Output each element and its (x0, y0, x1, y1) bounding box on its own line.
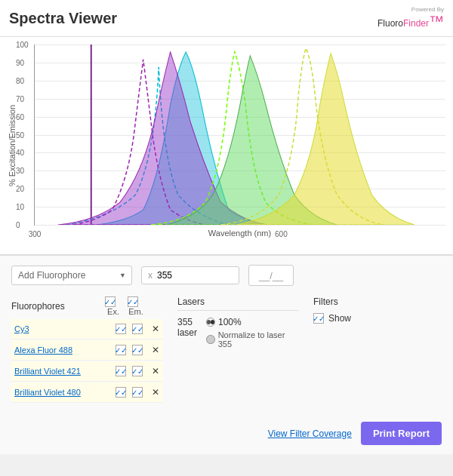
fluoro-name-bv421[interactable]: Brilliant Violet 421 (14, 367, 116, 376)
grid-line-0 (35, 225, 445, 226)
chart-inner: 100 90 80 70 60 50 40 30 20 10 0 300 600 (34, 45, 445, 226)
alexa488-delete-icon[interactable]: ✕ (152, 345, 159, 355)
bottom-row: View Filter Coverage Print Report (11, 416, 442, 445)
y-tick-70: 70 (16, 94, 24, 103)
fluoro-row-bv421: Brilliant Violet 421 ✓ ✓ ✕ (11, 361, 162, 382)
logo-dot: ™ (429, 13, 444, 29)
y-tick-10: 10 (16, 203, 24, 211)
laser-clear-icon[interactable]: x (148, 270, 153, 281)
logo-finder: Finder (403, 18, 429, 29)
controls-area: Add Fluorophore x __/__ Fluorophores ✓ E… (0, 256, 453, 454)
col-spacer: Fluorophores (11, 301, 105, 312)
main-controls: Fluorophores ✓ Ex. ✓ Em. Cy3 ✓ ✓ ✕ (11, 296, 442, 404)
filters-show-label: Show (328, 313, 351, 324)
em-col-header: ✓ Em. (128, 296, 144, 316)
filter-placeholder-text: __/__ (259, 270, 284, 281)
add-fluorophore-select[interactable]: Add Fluorophore (11, 266, 132, 285)
fluoro-checks-bv421: ✓ ✓ ✕ (116, 366, 159, 376)
fluoro-row-alexa488: Alexa Fluor 488 ✓ ✓ ✕ (11, 340, 162, 361)
laser-percent-radio[interactable] (206, 318, 215, 327)
y-tick-80: 80 (16, 76, 24, 84)
fluoro-checks-bv480: ✓ ✓ ✕ (116, 387, 159, 398)
fluorophores-panel: Fluorophores ✓ Ex. ✓ Em. Cy3 ✓ ✓ ✕ (11, 296, 162, 404)
cy3-ex-checkbox[interactable]: ✓ (116, 324, 126, 334)
alexa488-em-checkbox[interactable]: ✓ (132, 345, 143, 355)
fluoro-name-cy3[interactable]: Cy3 (14, 324, 116, 333)
y-tick-60: 60 (16, 112, 24, 121)
y-tick-50: 50 (16, 131, 24, 139)
em-header-checkbox[interactable]: ✓ (128, 296, 138, 307)
view-filter-coverage-link[interactable]: View Filter Coverage (268, 428, 352, 439)
laser-wavelength-input[interactable] (157, 270, 202, 281)
laser-input-wrapper: x (141, 266, 239, 284)
logo-container: Powered By FluoroFinder™ (378, 6, 444, 30)
fluoro-col-headers: Fluorophores ✓ Ex. ✓ Em. (11, 296, 162, 316)
filters-panel: Filters ✓ Show (313, 296, 442, 404)
y-tick-20: 20 (16, 185, 24, 193)
fluorophores-label: Fluorophores (11, 301, 65, 312)
spectra-chart (35, 45, 445, 225)
x-tick-600: 600 (275, 230, 288, 238)
y-tick-0: 0 (16, 221, 20, 229)
bv421-delete-icon[interactable]: ✕ (152, 366, 159, 376)
chart-area: % Excitation/Emission 100 90 80 70 60 50… (0, 37, 453, 256)
logo-fluoro: Fluoro (378, 18, 403, 29)
fluoro-name-alexa488[interactable]: Alexa Fluor 488 (14, 345, 116, 355)
laser-normalize-option: Normalize to laser 355 (206, 330, 298, 349)
fluoro-row-cy3: Cy3 ✓ ✓ ✕ (11, 319, 162, 339)
cy3-em-checkbox[interactable]: ✓ (132, 324, 143, 334)
bv480-delete-icon[interactable]: ✕ (152, 387, 159, 398)
lasers-panel: Lasers 355 laser 100% Normalize to (177, 296, 298, 404)
y-tick-30: 30 (16, 167, 24, 175)
y-tick-40: 40 (16, 149, 24, 157)
page-title: Spectra Viewer (9, 10, 117, 27)
logo: FluoroFinder™ (378, 13, 444, 30)
cy3-delete-icon[interactable]: ✕ (152, 324, 159, 334)
add-fluorophore-wrapper: Add Fluorophore (11, 266, 132, 285)
filters-show-row: ✓ Show (313, 313, 442, 324)
filters-title: Filters (313, 296, 442, 307)
laser-355-row: 355 laser 100% Normalize to laser 355 (177, 317, 298, 349)
filters-show-checkbox[interactable]: ✓ (313, 313, 324, 324)
filter-input-box[interactable]: __/__ (248, 265, 294, 286)
alexa488-ex-checkbox[interactable]: ✓ (116, 345, 126, 355)
y-tick-100: 100 (16, 41, 29, 49)
bv421-em-checkbox[interactable]: ✓ (132, 366, 143, 376)
laser-percent-option: 100% (206, 317, 298, 327)
x-tick-300: 300 (29, 230, 42, 238)
fluoro-checks-alexa488: ✓ ✓ ✕ (116, 345, 159, 355)
top-controls-row: Add Fluorophore x __/__ (11, 265, 442, 286)
ex-col-header: ✓ Ex. (105, 296, 122, 316)
y-tick-90: 90 (16, 58, 24, 66)
fluoro-checks-cy3: ✓ ✓ ✕ (116, 324, 159, 334)
fluoro-row-bv480: Brilliant Violet 480 ✓ ✓ ✕ (11, 382, 162, 403)
powered-by-text: Powered By (411, 6, 444, 13)
laser-options: 100% Normalize to laser 355 (206, 317, 298, 349)
x-axis-label: Wavelength (nm) (34, 229, 445, 238)
bv421-ex-checkbox[interactable]: ✓ (116, 366, 126, 376)
print-report-button[interactable]: Print Report (361, 422, 442, 445)
ex-header-checkbox[interactable]: ✓ (105, 296, 116, 307)
bv480-em-checkbox[interactable]: ✓ (132, 387, 143, 398)
laser-355-wavelength: 355 laser (177, 317, 200, 338)
laser-normalize-label: Normalize to laser 355 (218, 330, 298, 349)
laser-normalize-radio[interactable] (206, 335, 215, 344)
laser-percent-label: 100% (218, 317, 242, 327)
fluoro-name-bv480[interactable]: Brilliant Violet 480 (14, 388, 116, 397)
header: Spectra Viewer Powered By FluoroFinder™ (0, 0, 453, 37)
bv480-ex-checkbox[interactable]: ✓ (116, 387, 126, 398)
lasers-title: Lasers (177, 296, 298, 311)
